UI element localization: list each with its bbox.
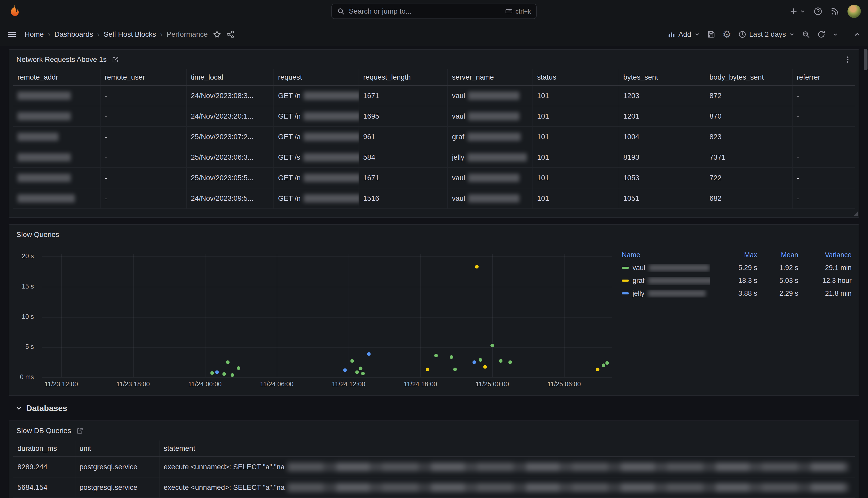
panel-title[interactable]: Network Requests Above 1s [16,55,107,64]
scatter-point [361,372,365,375]
kebab-icon [844,56,852,63]
scrollbar-thumb[interactable] [864,49,867,70]
scatter-point [367,352,371,356]
legend-header-variance[interactable]: Variance [798,251,852,259]
breadcrumb-home[interactable]: Home [25,30,44,39]
time-range-picker[interactable]: Last 2 days [738,30,795,39]
panel-title[interactable]: Slow DB Queries [16,427,71,435]
zoom-out-button[interactable] [802,30,810,39]
cell-text: 24/Nov/2023:08:3... [191,92,254,100]
grafana-logo[interactable] [7,4,22,18]
cell-text: 25/Nov/2023:07:2... [191,133,254,141]
legend-series-jelly[interactable]: jelly [622,290,710,298]
column-header-bytes_sent[interactable]: bytes_sent [619,69,705,85]
external-link-icon[interactable] [76,427,83,434]
column-header-remote_addr[interactable]: remote_addr [13,69,100,85]
panel-title[interactable]: Slow Queries [16,231,59,239]
panel-menu-button[interactable] [844,56,852,63]
table-header-row: duration_msunitstatement [13,441,855,457]
redacted-text [17,92,71,100]
news-button[interactable] [830,7,839,16]
legend-header-name[interactable]: Name [622,251,710,259]
scatter-point [605,361,609,365]
column-header-time_local[interactable]: time_local [187,69,274,85]
column-header-duration_ms[interactable]: duration_ms [13,441,76,456]
dashboard-toolbar: Home › Dashboards › Self Host Blocks › P… [0,23,868,46]
panel-resize-handle[interactable] [853,211,858,216]
column-header-server_name[interactable]: server_name [448,69,533,85]
table-cell [13,127,100,147]
redacted-text [467,153,527,161]
column-header-body_bytes_sent[interactable]: body_bytes_sent [705,69,792,85]
redacted-text [304,194,359,202]
clock-icon [738,30,746,38]
legend-row: jelly3.88 s2.29 s21.8 min [622,287,852,300]
keyboard-icon [505,8,513,15]
chevron-down-icon [800,9,805,14]
cell-text: 1051 [623,194,639,202]
table-cell: - [100,188,187,208]
y-axis-label: 0 ms [20,373,34,381]
cell-text: - [105,153,107,161]
scatter-point [596,368,599,371]
table-cell: 1201 [619,106,705,126]
column-header-request_length[interactable]: request_length [359,69,448,85]
legend-series-vaul[interactable]: vaul [622,264,710,272]
column-header-request[interactable]: request [274,69,359,85]
cell-text: - [797,174,799,182]
redacted-text [17,153,71,161]
column-header-statement[interactable]: statement [160,441,855,456]
scrollbar[interactable] [864,0,867,498]
table-cell: 682 [705,188,792,208]
column-header-status[interactable]: status [533,69,619,85]
topnav-actions [789,5,861,18]
help-button[interactable] [814,7,822,16]
breadcrumb-dashboards[interactable]: Dashboards [54,30,93,39]
column-header-referrer[interactable]: referrer [792,69,855,85]
breadcrumb-current: Performance [167,30,208,39]
add-button[interactable]: Add [668,30,700,39]
breadcrumb-folder[interactable]: Self Host Blocks [104,30,156,39]
table-cell [13,168,100,188]
legend-value: 29.1 min [798,264,852,272]
refresh-interval-button[interactable] [832,31,838,37]
redacted-text [468,112,519,120]
series-name: graf [633,277,645,285]
cell-text: 870 [709,112,721,120]
table-cell: 25/Nov/2023:05:5... [187,168,274,188]
menu-toggle-button[interactable] [7,30,16,39]
search-input[interactable]: Search or jump to... ctrl+k [331,4,537,19]
y-axis-label: 15 s [22,283,34,290]
table-row: 5684.154postgresql.serviceexecute <unnam… [13,477,855,498]
user-avatar[interactable] [847,5,861,18]
column-header-unit[interactable]: unit [76,441,160,456]
favorite-button[interactable] [213,30,221,39]
column-header-remote_user[interactable]: remote_user [100,69,187,85]
legend-series-graf[interactable]: graf [622,277,710,285]
table-cell: 1695 [359,106,448,126]
table-cell: GET /n [274,168,359,188]
table-cell: 101 [533,86,619,106]
table-row: 8289.244postgresql.serviceexecute <unnam… [13,457,855,477]
refresh-button[interactable] [817,30,825,39]
x-axis: 11/23 12:0011/23 18:0011/24 00:0011/24 0… [42,380,612,391]
x-axis-label: 11/23 18:00 [110,380,156,388]
save-dashboard-button[interactable] [707,30,715,39]
y-axis-label: 10 s [22,313,34,320]
cell-text: 872 [709,92,721,100]
row-databases[interactable]: Databases [9,396,859,420]
redacted-text [304,112,359,120]
share-button[interactable] [226,30,234,39]
scatter-point [355,370,359,374]
cell-text: GET /n [278,194,301,202]
new-button[interactable] [789,7,805,15]
collapse-toolbar-button[interactable] [854,31,861,38]
legend-header-mean[interactable]: Mean [757,251,798,259]
legend-header-max[interactable]: Max [710,251,757,259]
redacted-text [468,92,519,100]
cell-text: jelly [452,153,464,161]
table-cell: vaul [448,106,533,126]
chart-legend: NameMaxMeanVariancevaul5.29 s1.92 s29.1 … [622,248,852,300]
external-link-icon[interactable] [112,56,119,63]
dashboard-settings-button[interactable]: ⚙ [722,29,731,39]
